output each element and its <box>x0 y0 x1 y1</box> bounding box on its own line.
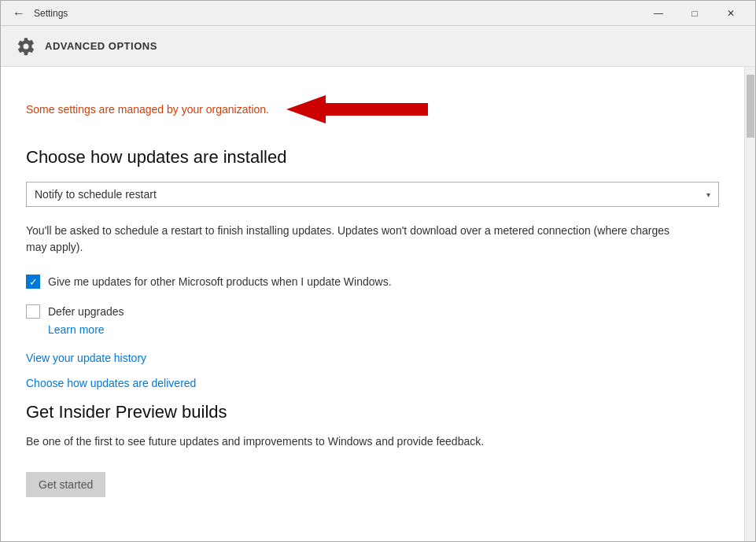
org-notice-text: Some settings are managed by your organi… <box>26 103 269 116</box>
insider-section-title: Get Insider Preview builds <box>26 402 719 422</box>
section-title: Choose how updates are installed <box>26 147 719 168</box>
gear-icon <box>17 37 35 56</box>
insider-description: Be one of the first to see future update… <box>26 433 671 450</box>
update-mode-dropdown[interactable]: Notify to schedule restart ▾ <box>26 182 719 207</box>
header-bar: ADVANCED OPTIONS <box>1 26 755 67</box>
window-title: Settings <box>34 8 640 19</box>
minimize-button[interactable]: — <box>640 1 677 26</box>
title-bar: ← Settings — □ ✕ <box>1 1 755 26</box>
content-area: Some settings are managed by your organi… <box>1 67 755 541</box>
org-notice-row: Some settings are managed by your organi… <box>26 89 719 130</box>
scrollbar-thumb[interactable] <box>747 75 754 138</box>
update-history-link[interactable]: View your update history <box>26 352 719 364</box>
header-title: ADVANCED OPTIONS <box>45 40 157 52</box>
get-started-button[interactable]: Get started <box>26 472 105 497</box>
close-button[interactable]: ✕ <box>713 1 749 26</box>
annotation-arrow <box>278 89 436 130</box>
main-content: Some settings are managed by your organi… <box>1 67 744 541</box>
dropdown-value: Notify to schedule restart <box>35 188 157 201</box>
maximize-button[interactable]: □ <box>677 1 713 26</box>
checkbox2-label: Defer upgrades <box>48 305 124 318</box>
scrollbar[interactable] <box>744 67 755 541</box>
svg-rect-0 <box>326 103 428 116</box>
dropdown-container: Notify to schedule restart ▾ <box>26 182 719 207</box>
window: ← Settings — □ ✕ ADVANCED OPTIONS Some s… <box>0 0 756 542</box>
checkbox1-row: Give me updates for other Microsoft prod… <box>26 275 719 289</box>
defer-section: Defer upgrades Learn more <box>26 304 719 336</box>
checkbox1[interactable] <box>26 275 40 289</box>
svg-marker-1 <box>286 95 326 124</box>
checkbox2[interactable] <box>26 304 40 319</box>
update-delivery-link[interactable]: Choose how updates are delivered <box>26 377 719 389</box>
window-controls: — □ ✕ <box>640 1 749 26</box>
checkbox1-label: Give me updates for other Microsoft prod… <box>48 275 392 288</box>
checkbox2-row: Defer upgrades <box>26 304 719 319</box>
chevron-down-icon: ▾ <box>706 190 710 199</box>
back-button[interactable]: ← <box>7 1 31 26</box>
learn-more-link[interactable]: Learn more <box>48 323 719 336</box>
description-text: You'll be asked to schedule a restart to… <box>26 223 671 256</box>
